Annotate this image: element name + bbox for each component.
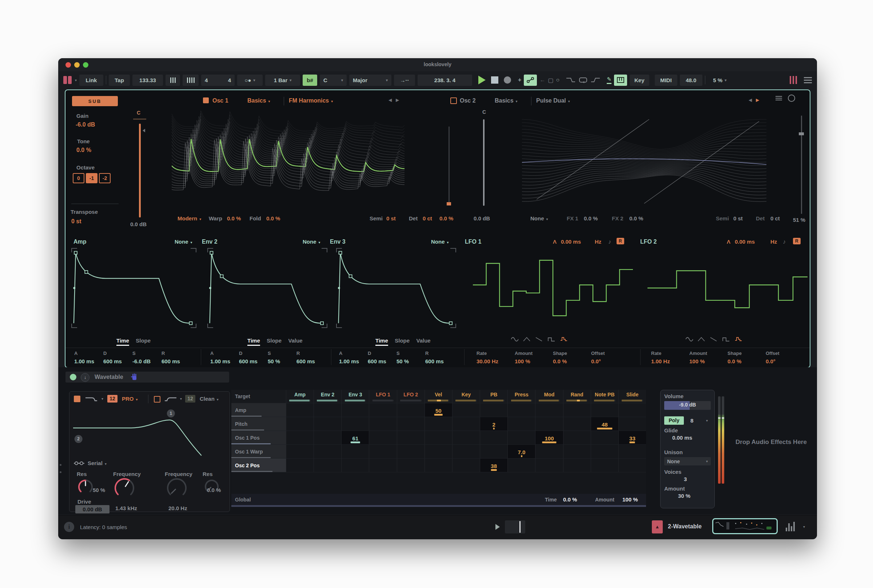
matrix-cell-vel[interactable] (424, 417, 452, 430)
matrix-col-header-env2[interactable]: Env 2 (314, 390, 341, 403)
param[interactable]: Amount100 % (515, 351, 553, 364)
matrix-cell-key[interactable] (452, 403, 480, 417)
lfo-shape-rand-icon[interactable] (561, 338, 567, 341)
filter2-toggle[interactable] (154, 396, 160, 402)
lfo-shape-sq-icon[interactable] (723, 338, 729, 341)
matrix-cell-slide[interactable]: 33 (618, 431, 646, 444)
lfo2-shape-icons[interactable] (686, 336, 747, 344)
matrix-row-label[interactable]: Osc 1 Warp (231, 445, 286, 458)
octave-0-button[interactable]: 0 (73, 173, 84, 183)
matrix-cell-env2[interactable] (314, 417, 341, 430)
matrix-row-label[interactable]: Amp (231, 403, 286, 417)
arrangement-position-field[interactable]: 238. 3. 4 (418, 75, 472, 86)
matrix-cell-notepb[interactable]: 48 (591, 417, 618, 430)
session-record-icon[interactable]: ○ (556, 77, 560, 83)
glide-value[interactable]: 0.00 ms (672, 435, 692, 441)
matrix-cell-pb[interactable] (480, 403, 507, 417)
matrix-cell-key[interactable] (452, 431, 480, 444)
lfo1-shape-icons[interactable] (511, 336, 573, 344)
filter2-circuit-menu[interactable]: Clean▾ (200, 396, 219, 402)
param[interactable]: S50 % (396, 351, 425, 364)
param[interactable]: S50 % (268, 351, 297, 364)
param[interactable]: D600 ms (239, 351, 268, 364)
osc1-category-menu[interactable]: Basics▾ (248, 98, 270, 104)
fx2-value[interactable]: 0.0 % (629, 215, 643, 222)
amp-envelope-display[interactable] (71, 248, 196, 328)
param[interactable]: R600 ms (425, 351, 454, 364)
matrix-cell-slide[interactable] (618, 445, 646, 458)
osc2-next-arrow-icon[interactable]: ▶ (756, 98, 759, 102)
filter2-slope-badge[interactable]: 12 (185, 395, 195, 402)
osc2-category-menu[interactable]: Basics▾ (495, 98, 518, 104)
matrix-cell-mod[interactable] (535, 459, 563, 472)
osc2-position-slider[interactable] (801, 116, 802, 214)
matrix-cell-press[interactable] (507, 459, 535, 472)
lfo-shape-tri-icon[interactable] (524, 338, 530, 341)
matrix-col-header-notepb[interactable]: Note PB (591, 390, 618, 403)
osc2-table-menu[interactable]: Pulse Dual▾ (536, 98, 570, 104)
poly-count-menu[interactable]: 8▾ (687, 416, 711, 425)
filter1-slope-badge[interactable]: 12 (107, 395, 117, 402)
matrix-cell-amp[interactable] (286, 459, 314, 472)
filter-curve-display[interactable]: 12 (73, 407, 226, 457)
transpose-value[interactable]: 0 st (71, 218, 81, 225)
matrix-cell-vel[interactable] (424, 459, 452, 472)
zoom-scroller[interactable] (505, 520, 525, 534)
reenable-automation-icon[interactable]: ← (540, 77, 545, 83)
matrix-cell-notepb[interactable] (591, 445, 618, 458)
env2-title[interactable]: Env 2 (202, 238, 218, 245)
matrix-cell-amp[interactable] (286, 417, 314, 430)
matrix-col-header-slide[interactable]: Slide (618, 390, 646, 403)
osc1-position-handle[interactable] (447, 202, 451, 206)
param[interactable]: A1.00 ms (74, 351, 103, 364)
matrix-cell-env2[interactable] (314, 431, 341, 444)
param[interactable]: D600 ms (368, 351, 396, 364)
matrix-cell-env3[interactable] (341, 403, 369, 417)
tab-slope[interactable]: Slope (136, 338, 151, 344)
freq1-value[interactable]: 1.43 kHz (115, 505, 137, 511)
param[interactable]: S-6.0 dB (132, 351, 162, 364)
matrix-col-header-lfo2[interactable]: LFO 2 (397, 390, 424, 403)
lfo2-fade-value[interactable]: 0.00 ms (735, 238, 755, 245)
tab-value[interactable]: Value (417, 338, 430, 344)
matrix-col-header-amp[interactable]: Amp (286, 390, 314, 403)
param[interactable]: Offset0.0° (766, 351, 804, 364)
amount-value[interactable]: 30 % (678, 493, 690, 499)
global-amount-value[interactable]: 100 % (622, 496, 638, 502)
matrix-cell-lfo2[interactable] (397, 417, 424, 430)
sub-osc-button[interactable]: SUB (72, 96, 118, 106)
matrix-col-header-env3[interactable]: Env 3 (341, 390, 369, 403)
lfo-shape-rand-icon[interactable] (735, 338, 742, 341)
matrix-cell-env2[interactable] (314, 459, 341, 472)
osc1-mode-menu[interactable]: Modern▾ (177, 215, 201, 222)
osc1-table-menu[interactable]: FM Harmonics▾ (289, 98, 333, 104)
follow-button[interactable]: →·· (394, 75, 415, 86)
capture-midi-icon[interactable]: ▢ (548, 77, 553, 84)
scale-menu[interactable]: Major▾ (349, 75, 392, 86)
global-time-value[interactable]: 0.0 % (563, 496, 577, 502)
lfo1-title[interactable]: LFO 1 (465, 238, 481, 245)
param[interactable]: A1.00 ms (339, 351, 368, 364)
track-meter-icon[interactable] (786, 522, 795, 531)
matrix-cell-slide[interactable] (618, 459, 646, 472)
res1-value[interactable]: 50 % (93, 487, 105, 493)
highpass-icon[interactable] (164, 396, 177, 402)
tab-slope[interactable]: Slope (267, 338, 282, 344)
tone-value[interactable]: 0.0 % (76, 147, 91, 153)
hand-map-icon[interactable] (130, 373, 138, 381)
matrix-cell-lfo1[interactable] (369, 445, 396, 458)
osc1-toggle[interactable] (203, 98, 209, 103)
env3-route-menu[interactable]: None▾ (303, 238, 321, 245)
param[interactable]: A1.00 ms (210, 351, 239, 364)
preview-play-icon[interactable] (495, 524, 500, 530)
osc2-position-handle[interactable] (799, 132, 804, 135)
matrix-cell-lfo2[interactable] (397, 459, 424, 472)
tempo-field[interactable]: 133.33 (132, 75, 163, 86)
matrix-cell-mod[interactable]: 100 (535, 431, 563, 444)
root-note-menu[interactable]: C▾ (320, 75, 346, 86)
osc1-next-arrow-icon[interactable]: ▶ (396, 98, 399, 102)
lfo-shape-tri-icon[interactable] (698, 338, 705, 341)
matrix-cell-lfo2[interactable] (397, 445, 424, 458)
matrix-cell-mod[interactable] (535, 417, 563, 430)
osc1-prev-arrow-icon[interactable]: ◀ (388, 98, 392, 102)
